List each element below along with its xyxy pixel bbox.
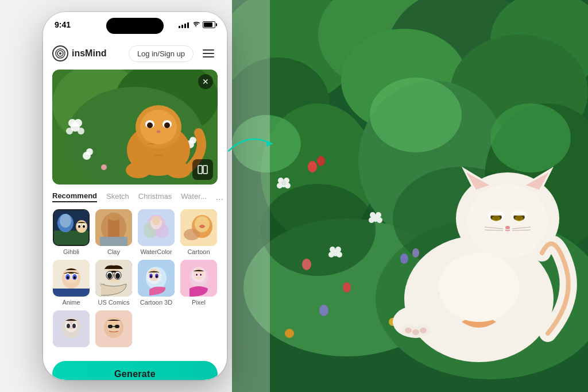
svg-point-79 xyxy=(412,329,419,335)
svg-point-172 xyxy=(194,268,204,279)
tab-recommend[interactable]: Recommend xyxy=(52,191,97,202)
tab-sketch[interactable]: Sketch xyxy=(106,192,129,202)
signal-bar-3 xyxy=(184,24,186,28)
image-preview-container: ✕ xyxy=(52,70,218,185)
svg-point-25 xyxy=(335,247,341,252)
style-thumb-ghibli xyxy=(53,209,90,246)
svg-point-43 xyxy=(343,282,351,293)
style-thumb-anime xyxy=(53,260,90,297)
style-thumb-cartoon xyxy=(180,209,217,246)
style-item-extra2[interactable] xyxy=(95,310,133,349)
app-name: insMind xyxy=(72,48,106,59)
svg-point-139 xyxy=(199,225,205,228)
svg-point-115 xyxy=(60,214,71,228)
svg-rect-191 xyxy=(108,325,113,328)
style-item-pixel[interactable]: Pixel xyxy=(180,260,218,306)
svg-point-40 xyxy=(317,156,325,166)
style-grid: Gihbli Clay xyxy=(43,207,227,352)
svg-point-107 xyxy=(157,130,160,133)
svg-point-136 xyxy=(195,216,210,232)
svg-point-186 xyxy=(72,324,76,328)
svg-point-148 xyxy=(67,276,69,279)
svg-point-53 xyxy=(285,329,294,338)
header-right: Log in/Sign up xyxy=(129,44,218,63)
svg-point-67 xyxy=(492,216,500,221)
svg-point-44 xyxy=(302,259,311,270)
svg-rect-111 xyxy=(203,166,207,174)
svg-point-185 xyxy=(67,324,70,328)
svg-point-95 xyxy=(86,148,93,155)
svg-point-16 xyxy=(261,184,376,276)
svg-point-105 xyxy=(147,122,153,128)
signal-bar-2 xyxy=(181,25,183,28)
style-item-uscomics[interactable]: US Comics xyxy=(95,260,133,306)
style-item-cartoon[interactable]: Cartoon xyxy=(180,209,218,255)
svg-point-91 xyxy=(68,119,76,127)
svg-point-15 xyxy=(490,103,571,172)
app-header: insMind Log in/Sign up xyxy=(43,37,227,70)
tab-christmas[interactable]: Christmas xyxy=(138,192,172,202)
svg-point-36 xyxy=(370,212,376,218)
battery-icon xyxy=(203,21,215,28)
menu-button[interactable] xyxy=(199,44,218,63)
style-item-cartoon3d[interactable]: Cartoon 3D xyxy=(137,260,175,306)
style-thumb-extra1 xyxy=(53,310,90,347)
svg-point-68 xyxy=(515,216,523,221)
style-item-watercolor[interactable]: WaterColor xyxy=(137,209,175,255)
compare-button[interactable] xyxy=(192,159,213,180)
garden-svg xyxy=(232,0,588,392)
menu-line-3 xyxy=(203,56,214,57)
generate-button[interactable]: Generate xyxy=(52,361,218,380)
status-time: 9:41 xyxy=(55,20,71,29)
svg-point-132 xyxy=(152,216,160,225)
tab-water[interactable]: Water... xyxy=(181,192,206,202)
phone-content: insMind Log in/Sign up ✕ xyxy=(43,37,227,380)
svg-point-99 xyxy=(101,164,107,170)
style-item-anime[interactable]: Anime xyxy=(52,260,90,306)
style-thumb-cartoon3d xyxy=(138,260,175,297)
curved-arrow-svg xyxy=(224,126,281,161)
style-item-clay[interactable]: Clay xyxy=(95,209,133,255)
signal-bars-icon xyxy=(179,21,189,28)
svg-point-69 xyxy=(505,226,510,229)
status-icons xyxy=(179,21,215,29)
login-button[interactable]: Log in/Sign up xyxy=(129,45,194,62)
style-item-ghibli[interactable]: Gihbli xyxy=(52,209,90,255)
style-label-cartoon3d: Cartoon 3D xyxy=(140,299,172,306)
style-thumb-pixel xyxy=(180,260,217,297)
style-item-extra1[interactable] xyxy=(52,310,90,349)
logo-icon xyxy=(52,45,68,62)
svg-point-78 xyxy=(405,328,412,333)
svg-point-28 xyxy=(336,252,342,258)
svg-point-14 xyxy=(370,78,462,152)
svg-rect-123 xyxy=(100,237,127,246)
style-label-uscomics: US Comics xyxy=(98,299,129,306)
svg-point-97 xyxy=(189,137,196,144)
svg-point-46 xyxy=(400,253,408,264)
style-thumb-extra2 xyxy=(95,310,132,347)
tab-more-button[interactable]: ... xyxy=(216,192,223,202)
svg-marker-194 xyxy=(266,140,272,147)
svg-point-106 xyxy=(164,122,170,128)
svg-point-38 xyxy=(377,217,382,223)
battery-fill xyxy=(204,22,212,27)
signal-bar-4 xyxy=(187,22,189,28)
svg-point-26 xyxy=(330,247,335,252)
svg-point-23 xyxy=(281,180,286,185)
svg-point-149 xyxy=(74,276,76,279)
style-label-pixel: Pixel xyxy=(192,299,206,306)
svg-point-47 xyxy=(412,248,419,258)
style-thumb-uscomics xyxy=(95,260,132,297)
style-label-anime: Anime xyxy=(62,299,80,306)
dynamic-island xyxy=(106,18,164,34)
close-button[interactable]: ✕ xyxy=(198,74,213,89)
svg-point-35 xyxy=(376,212,381,218)
svg-point-49 xyxy=(319,305,328,316)
svg-rect-110 xyxy=(198,166,202,174)
svg-rect-178 xyxy=(200,274,202,275)
svg-point-93 xyxy=(66,128,73,134)
svg-point-80 xyxy=(420,328,427,333)
signal-bar-1 xyxy=(179,26,180,28)
svg-rect-177 xyxy=(196,274,198,275)
svg-rect-150 xyxy=(53,289,90,297)
